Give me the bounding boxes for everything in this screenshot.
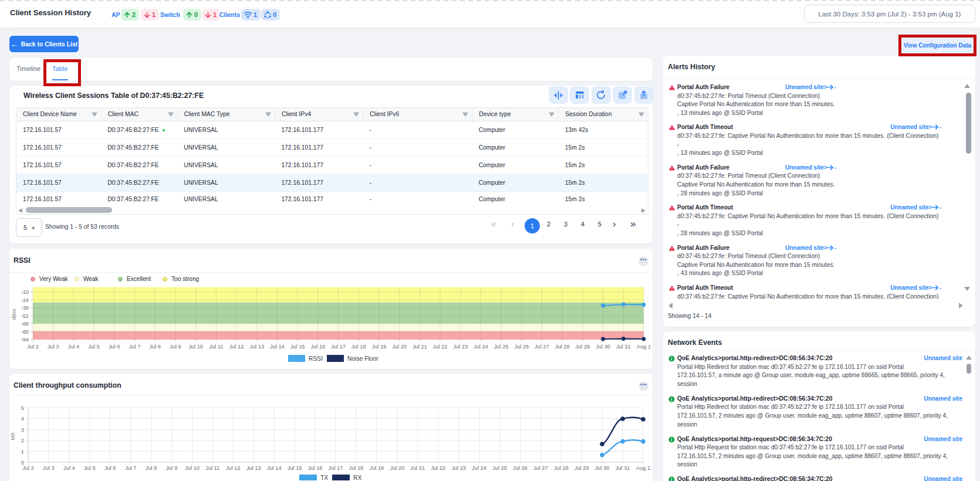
svg-text:Jul 31: Jul 31 — [616, 465, 630, 471]
svg-text:Jul 18: Jul 18 — [352, 344, 366, 350]
svg-text:Jul 25: Jul 25 — [492, 465, 507, 471]
svg-text:RX: RX — [353, 475, 361, 481]
svg-text:Jul 16: Jul 16 — [308, 465, 323, 471]
svg-text:Jul 19: Jul 19 — [369, 465, 384, 471]
svg-text:Jul 20: Jul 20 — [390, 465, 404, 471]
svg-text:Aug 1: Aug 1 — [636, 465, 650, 471]
svg-text:Jul 6: Jul 6 — [109, 344, 120, 350]
svg-text:Jul 18: Jul 18 — [349, 465, 363, 471]
svg-text:Jul 11: Jul 11 — [209, 344, 223, 350]
svg-text:Jul 7: Jul 7 — [129, 344, 141, 350]
svg-text:Jul 9: Jul 9 — [166, 465, 178, 471]
svg-text:MB: MB — [10, 432, 16, 441]
svg-text:Jul 10: Jul 10 — [188, 344, 203, 350]
svg-text:Jul 10: Jul 10 — [185, 465, 200, 471]
svg-text:Jul 15: Jul 15 — [290, 344, 305, 350]
svg-text:Jul 7: Jul 7 — [125, 465, 137, 471]
svg-text:Jul 13: Jul 13 — [246, 465, 261, 471]
svg-text:Jul 12: Jul 12 — [229, 344, 244, 350]
svg-text:Jul 5: Jul 5 — [84, 465, 96, 471]
svg-text:Jul 9: Jul 9 — [170, 344, 181, 350]
svg-text:Jul 4: Jul 4 — [68, 344, 80, 350]
svg-text:Jul 19: Jul 19 — [371, 344, 386, 350]
svg-text:Jul 12: Jul 12 — [226, 465, 241, 471]
svg-text:Jul 4: Jul 4 — [63, 465, 75, 471]
svg-text:-10: -10 — [21, 289, 29, 295]
svg-text:Jul 29: Jul 29 — [575, 465, 589, 471]
svg-text:Jul 21: Jul 21 — [410, 465, 425, 471]
svg-text:Aug 1: Aug 1 — [637, 344, 651, 350]
svg-text:Jul 27: Jul 27 — [533, 465, 548, 471]
svg-text:0: 0 — [21, 460, 24, 466]
svg-text:Jul 16: Jul 16 — [310, 344, 325, 350]
svg-text:Jul 3: Jul 3 — [48, 344, 59, 350]
svg-text:Jul 17: Jul 17 — [331, 344, 346, 350]
svg-text:-80: -80 — [21, 329, 29, 335]
svg-text:Jul 2: Jul 2 — [27, 344, 39, 350]
svg-text:dBm: dBm — [11, 309, 17, 320]
svg-text:-94: -94 — [21, 337, 29, 343]
svg-text:Jul 26: Jul 26 — [514, 344, 529, 350]
svg-text:-52: -52 — [21, 313, 29, 319]
svg-text:-38: -38 — [21, 305, 29, 311]
svg-text:Jul 22: Jul 22 — [431, 465, 445, 471]
svg-text:Jul 26: Jul 26 — [513, 465, 528, 471]
svg-text:RSSI: RSSI — [309, 355, 323, 362]
svg-text:Jul 17: Jul 17 — [329, 465, 343, 471]
svg-text:1: 1 — [21, 449, 24, 455]
svg-text:Jul 5: Jul 5 — [88, 344, 100, 350]
svg-text:Jul 13: Jul 13 — [249, 344, 264, 350]
svg-text:Jul 6: Jul 6 — [104, 465, 116, 471]
svg-text:Jul 24: Jul 24 — [472, 465, 486, 471]
svg-text:Jul 28: Jul 28 — [554, 465, 569, 471]
svg-text:5: 5 — [21, 405, 24, 411]
svg-text:Jul 20: Jul 20 — [392, 344, 407, 350]
svg-text:-66: -66 — [21, 321, 29, 327]
svg-text:Jul 21: Jul 21 — [413, 344, 427, 350]
svg-text:Noise Floor: Noise Floor — [347, 355, 379, 362]
svg-text:Jul 15: Jul 15 — [288, 465, 302, 471]
svg-text:3: 3 — [21, 427, 24, 433]
svg-text:Jul 23: Jul 23 — [451, 465, 466, 471]
svg-text:Jul 8: Jul 8 — [149, 344, 161, 350]
svg-text:Jul 14: Jul 14 — [270, 344, 285, 350]
svg-text:-24: -24 — [21, 297, 29, 303]
svg-text:Jul 3: Jul 3 — [43, 465, 55, 471]
svg-text:Jul 8: Jul 8 — [146, 465, 157, 471]
svg-text:Jul 2: Jul 2 — [22, 465, 34, 471]
svg-text:Jul 22: Jul 22 — [433, 344, 448, 350]
svg-text:Jul 25: Jul 25 — [494, 344, 509, 350]
svg-text:2: 2 — [21, 438, 24, 443]
svg-text:Jul 29: Jul 29 — [575, 344, 590, 350]
svg-text:Jul 30: Jul 30 — [595, 465, 610, 471]
svg-text:Jul 31: Jul 31 — [616, 344, 631, 350]
svg-text:Jul 30: Jul 30 — [596, 344, 610, 350]
svg-text:4: 4 — [21, 416, 24, 422]
svg-text:Jul 14: Jul 14 — [267, 465, 282, 471]
svg-text:Jul 28: Jul 28 — [555, 344, 570, 350]
svg-text:Jul 27: Jul 27 — [535, 344, 549, 350]
svg-text:Jul 24: Jul 24 — [474, 344, 488, 350]
svg-text:Jul 23: Jul 23 — [453, 344, 468, 350]
svg-text:Jul 11: Jul 11 — [205, 465, 219, 471]
svg-text:TX: TX — [320, 475, 328, 481]
